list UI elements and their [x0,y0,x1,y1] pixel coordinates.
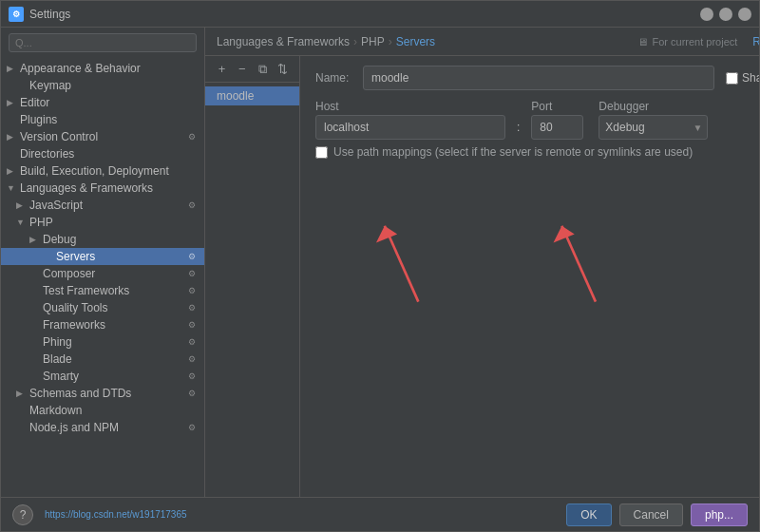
sidebar-item-build-exec[interactable]: ▶ Build, Execution, Deployment [1,162,204,180]
content-area: + − ⧉ ⇅ moodle Name: [205,56,759,497]
svg-marker-3 [554,226,575,243]
ext-icon: ⚙ [185,301,199,314]
sidebar-item-label: Schemas and DTDs [29,387,183,400]
bottom-bar: ? https://blog.csdn.net/w191717365 OK Ca… [1,497,759,531]
sidebar-item-schemas[interactable]: ▶ Schemas and DTDs ⚙ [1,385,204,402]
sidebar-item-label: Node.js and NPM [29,421,183,434]
svg-marker-1 [376,226,397,243]
maximize-button[interactable] [719,8,732,21]
expand-icon: ▶ [7,166,20,176]
expand-icon: ▶ [29,235,43,244]
search-box[interactable] [9,33,197,52]
server-list-panel: + − ⧉ ⇅ moodle [205,56,300,497]
sidebar-item-markdown[interactable]: Markdown [1,402,204,419]
sidebar-item-quality-tools[interactable]: Quality Tools ⚙ [1,299,204,316]
titlebar: ⚙ Settings [1,1,759,28]
sidebar-item-label: Frameworks [43,318,183,332]
sidebar-item-keymap[interactable]: Keymap [1,77,204,94]
host-port-debugger-row: Host : Port Debugger Xdebug [315,100,759,140]
ext-icon: ⚙ [185,387,199,400]
main-content: ▶ Appearance & Behavior Keymap ▶ Editor … [1,28,759,497]
sidebar-item-label: Editor [20,96,199,109]
sidebar-item-phing[interactable]: Phing ⚙ [1,333,204,351]
sidebar-item-smarty[interactable]: Smarty ⚙ [1,368,204,385]
debugger-select[interactable]: Xdebug Zend Debugger [598,115,708,140]
server-list: moodle [205,83,299,109]
name-label: Name: [315,71,363,85]
host-group: Host [315,100,505,140]
right-panel: Languages & Frameworks › PHP › Servers 🖥… [205,28,759,497]
expand-icon: ▶ [7,132,20,142]
sidebar-item-plugins[interactable]: Plugins [1,111,204,128]
ok-button[interactable]: OK [566,504,611,526]
host-header: Host [315,100,505,113]
path-mappings-checkbox[interactable] [315,146,328,159]
sidebar-item-label: Build, Execution, Deployment [20,164,199,178]
port-group: Port [531,100,583,140]
server-form: Name: Shared Host : [300,56,759,497]
breadcrumb-part-1: Languages & Frameworks [217,35,350,48]
expand-icon: ▶ [16,389,29,398]
server-name-input[interactable] [363,66,714,90]
sidebar-tree: ▶ Appearance & Behavior Keymap ▶ Editor … [1,58,204,497]
host-input[interactable] [315,115,505,140]
expand-icon: ▶ [7,98,20,107]
shared-label: Shared [742,71,759,85]
add-server-button[interactable]: + [213,59,231,80]
expand-icon: ▼ [16,218,29,227]
sidebar-item-servers[interactable]: Servers ⚙ [1,248,204,265]
arrow-to-port [554,226,596,302]
ext-icon: ⚙ [185,318,199,332]
cancel-button[interactable]: Cancel [619,504,683,526]
minimize-button[interactable] [700,8,713,21]
sidebar-item-label: Appearance & Behavior [20,62,199,75]
window-title: Settings [29,8,70,21]
settings-window: ⚙ Settings ▶ Appearance & Behavior [0,0,760,532]
breadcrumb: Languages & Frameworks › PHP › Servers [217,35,435,48]
arrow-to-host [376,226,418,302]
port-header: Port [531,100,583,113]
move-server-button[interactable]: ⇅ [274,59,292,80]
sidebar-item-label: Directories [20,147,199,161]
sidebar-item-appearance[interactable]: ▶ Appearance & Behavior [1,60,204,77]
window-controls [700,8,751,21]
sidebar-item-javascript[interactable]: ▶ JavaScript ⚙ [1,197,204,214]
reset-button[interactable]: Reset [752,35,759,48]
sidebar-item-languages[interactable]: ▼ Languages & Frameworks [1,180,204,197]
sidebar-item-test-frameworks[interactable]: Test Frameworks ⚙ [1,282,204,299]
for-project-label: 🖥 For current project [637,36,737,48]
sidebar-item-nodejs[interactable]: Node.js and NPM ⚙ [1,419,204,436]
sidebar-item-php[interactable]: ▼ PHP [1,214,204,231]
sidebar-item-blade[interactable]: Blade ⚙ [1,351,204,368]
copy-server-button[interactable]: ⧉ [254,59,272,80]
for-project-icon: 🖥 [637,36,648,48]
server-list-item[interactable]: moodle [205,86,299,105]
port-input[interactable] [531,115,583,140]
shared-checkbox[interactable] [726,72,738,85]
ext-icon: ⚙ [185,199,199,212]
ext-icon: ⚙ [185,250,199,263]
expand-icon: ▶ [16,200,29,210]
search-input[interactable] [15,37,190,48]
sidebar-item-directories[interactable]: Directories [1,145,204,162]
sidebar-item-composer[interactable]: Composer ⚙ [1,265,204,282]
debugger-header: Debugger [598,100,708,113]
help-button[interactable]: ? [12,504,33,525]
ext-icon: ⚙ [185,130,199,143]
bottom-buttons: OK Cancel php... [566,504,748,526]
sidebar-item-frameworks[interactable]: Frameworks ⚙ [1,316,204,333]
sidebar-item-label: Plugins [20,113,199,126]
apply-button[interactable]: php... [691,504,748,526]
debugger-group: Debugger Xdebug Zend Debugger ▼ [598,100,708,140]
close-button[interactable] [738,8,751,21]
breadcrumb-part-2: PHP [361,35,385,48]
sidebar-item-version-control[interactable]: ▶ Version Control ⚙ [1,128,204,145]
sidebar-item-label: Composer [43,267,183,280]
remove-server-button[interactable]: − [233,59,251,80]
shared-check: Shared [726,71,759,85]
sidebar-item-label: Languages & Frameworks [20,181,199,195]
path-mappings-row: Use path mappings (select if the server … [315,145,759,159]
path-mappings-label: Use path mappings (select if the server … [333,145,693,159]
sidebar-item-editor[interactable]: ▶ Editor [1,94,204,111]
sidebar-item-debug[interactable]: ▶ Debug [1,231,204,248]
